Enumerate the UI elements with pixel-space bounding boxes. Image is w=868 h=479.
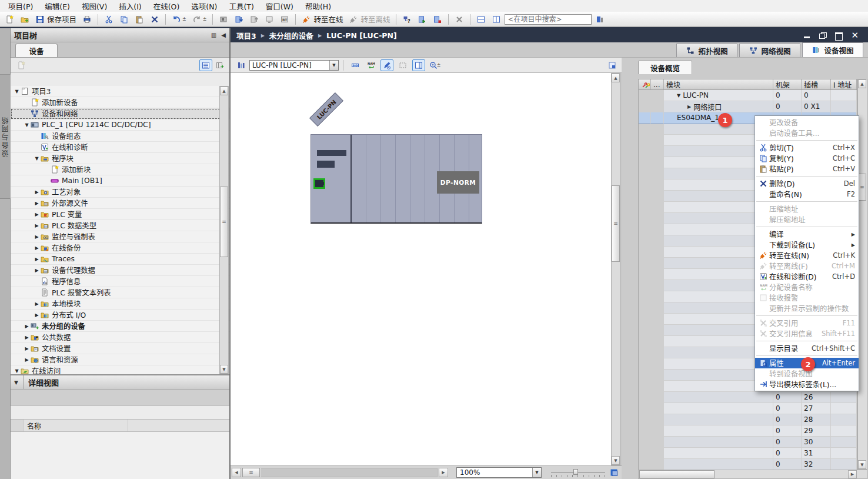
scroll-down-icon[interactable]: ▼: [612, 456, 620, 465]
expander-closed-icon[interactable]: ▶: [24, 335, 30, 340]
show-labels-button[interactable]: [412, 59, 425, 71]
module-cell[interactable]: [664, 392, 773, 403]
row-icon-cell[interactable]: [651, 179, 664, 191]
view-tab-network[interactable]: 网络视图: [739, 44, 800, 57]
row-icon-cell[interactable]: [639, 124, 651, 135]
scroll-left-icon[interactable]: ◀: [232, 468, 241, 477]
row-icon-cell[interactable]: [639, 90, 651, 101]
split-horizontal-button[interactable]: [474, 13, 488, 26]
table-row-slot-27[interactable]: 027: [639, 403, 857, 414]
row-icon-cell[interactable]: [651, 213, 664, 224]
rack-cell[interactable]: 0: [773, 437, 802, 448]
diagnostics-column-header[interactable]: [639, 79, 651, 89]
module-cell[interactable]: [664, 414, 773, 425]
row-icon-cell[interactable]: [651, 314, 664, 325]
rack-cell[interactable]: 0: [773, 392, 802, 403]
row-icon-cell[interactable]: [651, 247, 664, 258]
undo-button[interactable]: ±: [169, 13, 189, 26]
scrollbar-thumb[interactable]: ≡: [220, 187, 228, 257]
address-cell[interactable]: [831, 90, 857, 101]
scroll-right-icon[interactable]: ▶: [848, 470, 857, 478]
expander-closed-icon[interactable]: ▶: [34, 189, 40, 195]
context-menu-item-copy[interactable]: 复制(Y)Ctrl+C: [755, 153, 859, 164]
tree-item-distributed-io[interactable]: ▶分布式 I/O: [11, 310, 229, 321]
context-menu-item-online-diag[interactable]: 在线和诊断(D)Ctrl+D: [755, 271, 859, 282]
expander-closed-icon[interactable]: ▶: [34, 257, 40, 262]
tree-item-proxy-data[interactable]: ▶设备代理数据: [11, 265, 229, 276]
table-row-slot-26[interactable]: 026: [639, 392, 857, 403]
restore-icon[interactable]: [819, 32, 827, 39]
scroll-down-icon[interactable]: ▼: [858, 460, 866, 469]
add-device-mini-button[interactable]: [15, 59, 28, 71]
address-column-header[interactable]: I 地址: [831, 79, 857, 89]
cut-button[interactable]: [102, 13, 116, 26]
start-simulation-button[interactable]: [415, 13, 429, 26]
device-selector[interactable]: LUC-PN [LUC-PN] ▼: [249, 60, 339, 71]
undo-dropdown-arrow[interactable]: ±: [182, 16, 186, 22]
row-icon-cell[interactable]: [639, 146, 651, 157]
module-cell[interactable]: [664, 437, 773, 448]
context-menu-item-25[interactable]: 显示目录Ctrl+Shift+C: [755, 343, 859, 354]
slot-cell[interactable]: 31: [802, 448, 831, 459]
module-cell[interactable]: [664, 459, 773, 470]
row-icon-cell[interactable]: [651, 336, 664, 347]
print-button[interactable]: [80, 13, 94, 26]
tree-item-ungrouped[interactable]: ▶未分组的设备: [11, 321, 229, 332]
device-name-flag[interactable]: LUC-PN: [309, 92, 343, 127]
menu-item-8[interactable]: 帮助(H): [299, 0, 337, 13]
menu-item-1[interactable]: 编辑(E): [39, 0, 76, 13]
show-addresses-button[interactable]: [396, 59, 409, 71]
show-device-button[interactable]: [262, 13, 276, 26]
row-icon-cell[interactable]: [651, 258, 664, 269]
slot-cell[interactable]: 28: [802, 414, 831, 425]
rack-cell[interactable]: 0: [773, 101, 802, 112]
accessible-devices-button[interactable]: ?: [400, 13, 414, 26]
row-icon-cell[interactable]: [639, 202, 651, 213]
row-icon-cell[interactable]: [639, 347, 651, 358]
slot-column-header[interactable]: 插槽: [802, 79, 831, 89]
row-icon-cell[interactable]: [651, 157, 664, 168]
tree-scrollbar[interactable]: ▲ ≡ ▼: [219, 86, 229, 374]
slot-cell[interactable]: 0 X1: [802, 101, 831, 112]
details-name-column-header[interactable]: 名称: [24, 420, 128, 431]
project-search-input[interactable]: [505, 14, 592, 25]
fit-to-window-button[interactable]: [607, 467, 620, 478]
slot-cell[interactable]: 0: [802, 90, 831, 101]
new-project-button[interactable]: [2, 13, 16, 26]
table-row-LUC-PN[interactable]: ▼LUC-PN00: [639, 90, 857, 101]
expander-closed-icon[interactable]: ▶: [24, 324, 30, 329]
expander-closed-icon[interactable]: ▶: [34, 245, 40, 251]
rack-cell[interactable]: 0: [773, 90, 802, 101]
tree-item-doc-settings[interactable]: ▶文档设置: [11, 343, 229, 354]
row-icon-cell[interactable]: [639, 269, 651, 280]
scrollbar-thumb[interactable]: ≡: [858, 174, 866, 201]
zoom-button[interactable]: ±: [428, 59, 441, 71]
table-row-slot-32[interactable]: 032: [639, 459, 857, 470]
row-icon-cell[interactable]: [651, 403, 664, 414]
tree-item-online-backups[interactable]: ▶在线备份: [11, 242, 229, 254]
menu-item-4[interactable]: 在线(O): [148, 0, 186, 13]
row-icon-cell[interactable]: [639, 258, 651, 269]
address-cell[interactable]: [831, 101, 857, 112]
chevron-down-icon[interactable]: ▼: [329, 61, 338, 70]
go-online-button[interactable]: 转至在线: [299, 13, 345, 26]
tree-item-plc-datatypes[interactable]: ▶PLC 数据类型: [11, 220, 229, 231]
table-row-slot-30[interactable]: 030: [639, 437, 857, 448]
upload-button[interactable]: [247, 13, 261, 26]
tree-item-add-device[interactable]: 添加新设备: [11, 97, 229, 108]
scroll-up-icon[interactable]: ▲: [220, 87, 228, 95]
address-cell[interactable]: [831, 414, 857, 425]
row-icon-cell[interactable]: [651, 414, 664, 425]
row-icon-cell[interactable]: [639, 101, 651, 112]
context-menu-item-8[interactable]: 重命名(N)F2: [755, 189, 859, 199]
device-rack-graphic[interactable]: DP-NORM: [311, 134, 482, 224]
scrollbar-thumb[interactable]: ≡: [612, 185, 620, 262]
row-icon-cell[interactable]: [651, 146, 664, 157]
expander-closed-icon[interactable]: ▶: [34, 223, 40, 228]
expander-closed-icon[interactable]: ▶: [34, 301, 40, 307]
zoom-dropdown-arrow[interactable]: ±: [437, 62, 441, 68]
device-canvas[interactable]: LUC-PN DP-NORM: [231, 73, 611, 465]
module-cell[interactable]: [664, 403, 773, 414]
row-icon-cell[interactable]: [639, 302, 651, 314]
expander-open-icon[interactable]: ▼: [677, 93, 680, 98]
